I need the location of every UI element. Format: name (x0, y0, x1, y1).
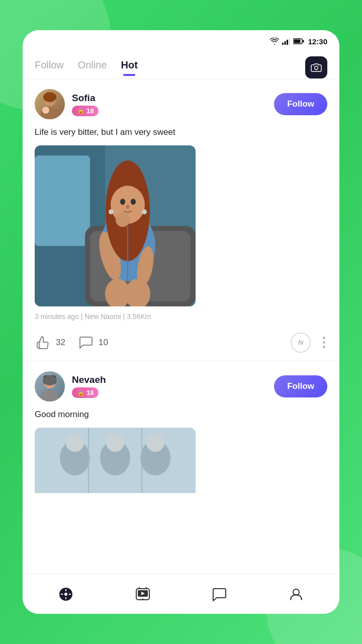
post-1-actions: 32 10 hi (35, 328, 327, 361)
nav-video[interactable] (128, 579, 158, 609)
svg-point-30 (109, 209, 114, 214)
svg-point-11 (42, 107, 49, 114)
avatar-sofia (35, 89, 65, 119)
explore-icon (58, 587, 73, 602)
wifi-icon (270, 38, 279, 45)
comment-button[interactable]: 10 (77, 334, 108, 351)
hi-button[interactable]: hi (291, 333, 311, 353)
post-1-meta: 3 minutes ago | New Naomi | 3.56Km (35, 312, 327, 320)
camera-button[interactable] (305, 56, 327, 78)
post-1-badge: 🔒 18 (72, 106, 99, 116)
camera-icon (311, 63, 322, 72)
post-2-username: Nevaeh (72, 374, 274, 385)
post-2-header: Nevaeh 🔒 18 Follow (35, 371, 327, 401)
like-button[interactable]: 32 (35, 334, 65, 351)
post-1-header: Sofia 🔒 18 Follow (35, 89, 327, 119)
svg-rect-3 (289, 38, 290, 45)
svg-point-33 (41, 389, 59, 401)
post-1-right-actions: hi (291, 333, 327, 353)
video-icon (135, 587, 150, 602)
more-button[interactable] (321, 335, 327, 350)
svg-rect-43 (35, 428, 196, 493)
comment-icon (79, 336, 93, 349)
tab-hot[interactable]: Hot (121, 59, 138, 76)
post-1: Sofia 🔒 18 Follow Life is very bitter, b… (23, 79, 339, 361)
post-1-user-info: Sofia 🔒 18 (72, 93, 274, 116)
post-1-username: Sofia (72, 93, 274, 104)
svg-point-55 (142, 598, 143, 600)
status-bar: 12:30 (23, 30, 339, 52)
like-count: 32 (56, 338, 65, 348)
svg-rect-6 (303, 40, 304, 43)
svg-point-26 (116, 213, 130, 227)
post-2-user-info: Nevaeh 🔒 18 (72, 374, 274, 398)
svg-point-35 (43, 375, 57, 385)
profile-icon (289, 587, 304, 602)
post-1-text: Life is very bitter, but I am very sweet (35, 126, 327, 138)
svg-point-48 (64, 593, 67, 596)
post-2-image (35, 428, 196, 493)
nav-tabs: Follow Online Hot (23, 52, 339, 78)
post-1-follow-button[interactable]: Follow (274, 93, 327, 115)
thumbs-up-icon (36, 336, 50, 349)
post-2: Nevaeh 🔒 18 Follow Good morning (23, 361, 339, 493)
phone-card: 12:30 Follow Online Hot (23, 30, 339, 614)
svg-point-25 (126, 205, 129, 209)
bottom-nav (23, 574, 339, 614)
avatar-nevaeh (35, 371, 65, 401)
svg-point-24 (131, 199, 136, 205)
battery-icon (293, 38, 304, 44)
comment-count: 10 (99, 338, 108, 348)
status-time: 12:30 (308, 37, 327, 46)
svg-rect-0 (282, 43, 284, 45)
svg-rect-5 (294, 40, 300, 43)
nav-profile[interactable] (281, 579, 311, 609)
status-icons (270, 38, 304, 45)
tab-follow[interactable]: Follow (35, 59, 64, 76)
post-2-follow-button[interactable]: Follow (274, 375, 327, 397)
svg-rect-1 (284, 41, 286, 45)
svg-point-7 (315, 66, 318, 70)
post-1-image (35, 145, 196, 306)
svg-rect-14 (35, 155, 90, 246)
svg-rect-2 (287, 40, 288, 45)
post-2-text: Good morning (35, 409, 327, 421)
nav-explore[interactable] (51, 579, 81, 609)
chat-icon (212, 587, 227, 602)
signal-icon (282, 38, 290, 45)
svg-point-31 (142, 209, 147, 214)
svg-point-23 (120, 199, 125, 205)
feed: Sofia 🔒 18 Follow Life is very bitter, b… (23, 79, 339, 574)
post-2-badge-num: 18 (86, 389, 94, 396)
svg-point-10 (43, 92, 56, 102)
post-1-badge-num: 18 (86, 107, 94, 115)
tab-online[interactable]: Online (78, 59, 107, 76)
nav-chat[interactable] (204, 579, 234, 609)
post-2-badge: 🔒 18 (72, 387, 99, 398)
